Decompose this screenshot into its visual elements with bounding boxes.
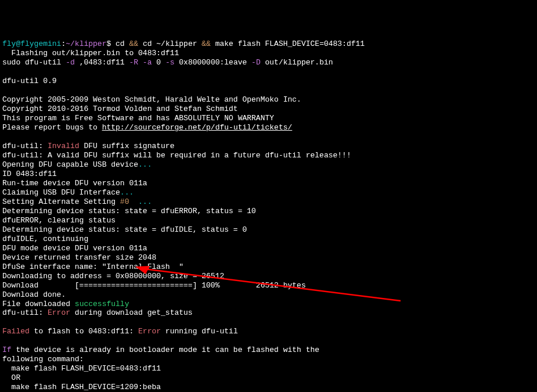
terminal-text-segment: dfuIDLE, continuing	[2, 235, 88, 243]
terminal-text-segment: dfu-util:	[2, 142, 48, 150]
terminal-text-segment: Run-time device DFU version 011a	[2, 179, 147, 188]
terminal-text-segment: -s	[165, 58, 175, 67]
terminal-line: dfuERROR, clearing status	[2, 216, 535, 225]
terminal-text-segment: DfuSe interface name: "Internal Flash "	[2, 262, 183, 271]
terminal-line	[2, 132, 535, 142]
terminal-line: Copyright 2010-2016 Tormod Volden and St…	[2, 105, 535, 114]
terminal-text-segment: File downloaded	[2, 300, 75, 308]
terminal-line: File downloaded successfully	[2, 300, 535, 309]
terminal-text-segment: &&	[129, 39, 138, 48]
terminal-text-segment: #0	[120, 197, 138, 206]
terminal-text-segment: 0x8000000:leave	[174, 58, 251, 67]
terminal-text-segment: Setting Alternate Setting	[2, 197, 120, 206]
terminal-text-segment: fly@flygemini	[2, 39, 61, 48]
terminal-line: dfuIDLE, continuing	[2, 235, 535, 244]
terminal-line: ID 0483:df11	[2, 170, 535, 179]
terminal-text-segment: cd ~/klipper	[138, 39, 201, 48]
terminal-line: DfuSe interface name: "Internal Flash "	[2, 262, 535, 272]
terminal-text-segment: dfu-util 0.9	[2, 77, 57, 85]
terminal-line: Download [=========================] 100…	[2, 281, 535, 290]
terminal-text-segment: http://sourceforge.net/p/dfu-util/ticket…	[102, 123, 293, 132]
terminal-text-segment: Invalid	[48, 142, 80, 150]
terminal-line: sudo dfu-util -d ,0483:df11 -R -a 0 -s 0…	[2, 58, 535, 67]
terminal-text-segment: Copyright 2010-2016 Tormod Volden and St…	[2, 105, 238, 113]
terminal-line: This program is Free Software and has AB…	[2, 114, 535, 123]
terminal-line: Device returned transfer size 2048	[2, 253, 535, 262]
terminal-line: Failed to flash to 0483:df11: Error runn…	[2, 327, 535, 336]
terminal-text-segment: Download done.	[2, 290, 66, 299]
terminal-line: Run-time device DFU version 011a	[2, 179, 535, 188]
terminal-text-segment: dfu-util:	[2, 308, 48, 317]
terminal-text-segment: sudo dfu-util	[2, 58, 66, 67]
terminal-text-segment: This program is Free Software and has AB…	[2, 114, 274, 123]
terminal-line	[2, 67, 535, 77]
terminal-line: dfu-util 0.9	[2, 77, 535, 86]
terminal-text-segment: to flash to 0483:df11:	[30, 327, 138, 336]
terminal-line: Setting Alternate Setting #0 ...	[2, 197, 535, 207]
terminal-text-segment: dfu-util: A valid DFU suffix will be req…	[2, 151, 351, 160]
terminal-text-segment: following command:	[2, 355, 84, 364]
terminal-text-segment: ...	[138, 160, 152, 169]
terminal-line: make flash FLASH_DEVICE=0483:df11	[2, 364, 535, 373]
terminal-line: Opening DFU capable USB device...	[2, 160, 535, 170]
terminal-text-segment: Device returned transfer size 2048	[2, 253, 156, 262]
terminal-line: Please report bugs to http://sourceforge…	[2, 123, 535, 132]
terminal-line: dfu-util: Invalid DFU suffix signature	[2, 142, 535, 151]
terminal-text-segment: DFU suffix signature	[80, 142, 175, 150]
terminal-text-segment: If	[2, 346, 12, 354]
terminal-line: following command:	[2, 355, 535, 364]
terminal-line: Claiming USB DFU Interface...	[2, 188, 535, 197]
terminal-text-segment: ~/klipper	[66, 39, 106, 48]
terminal-text-segment: Determining device status: state = dfuER…	[2, 207, 256, 215]
terminal-text-segment: running dfu-util	[161, 327, 238, 336]
terminal-line: Determining device status: state = dfuID…	[2, 225, 535, 235]
terminal-line: OR	[2, 373, 535, 383]
terminal-text-segment: Downloading to address = 0x08000000, siz…	[2, 272, 224, 280]
terminal-text-segment: $ cd	[106, 39, 129, 48]
terminal-line: Download done.	[2, 290, 535, 300]
terminal-text-segment: Copyright 2005-2009 Weston Schmidt, Hara…	[2, 95, 301, 104]
terminal-text-segment: dfuERROR, clearing status	[2, 216, 116, 225]
terminal-text-segment: 0	[152, 58, 165, 67]
terminal-text-segment: make flash FLASH_DEVICE=0483:df11	[211, 39, 365, 48]
terminal-text-segment: make flash FLASH_DEVICE=0483:df11	[2, 364, 161, 373]
terminal-text-segment: DFU mode device DFU version 011a	[2, 244, 147, 253]
terminal-line: make flash FLASH_DEVICE=1209:beba	[2, 383, 535, 392]
terminal-text-segment: -D	[251, 58, 261, 67]
terminal-line: Determining device status: state = dfuER…	[2, 207, 535, 216]
terminal-line: dfu-util: A valid DFU suffix will be req…	[2, 151, 535, 160]
terminal-text-segment: successfully	[75, 300, 129, 308]
terminal-text-segment: Claiming USB DFU Interface	[2, 188, 120, 197]
terminal-line: Downloading to address = 0x08000000, siz…	[2, 272, 535, 281]
terminal-line	[2, 336, 535, 346]
terminal-text-segment: ...	[138, 197, 152, 206]
terminal-text-segment: -d	[66, 58, 75, 67]
terminal-text-segment: Please report bugs to	[2, 123, 102, 132]
terminal-text-segment: ,0483:df11	[75, 58, 129, 67]
terminal-line: DFU mode device DFU version 011a	[2, 244, 535, 253]
terminal-text-segment: OR	[2, 373, 20, 382]
terminal-line: fly@flygemini:~/klipper$ cd && cd ~/klip…	[2, 39, 535, 49]
terminal-text-segment: -R -a	[129, 58, 152, 67]
terminal-text-segment: Error	[48, 308, 70, 317]
terminal-text-segment: make flash FLASH_DEVICE=1209:beba	[2, 383, 161, 391]
terminal-text-segment: Download [=========================] 100…	[2, 281, 306, 290]
terminal-text-segment: ID 0483:df11	[2, 170, 57, 178]
terminal-line	[2, 86, 535, 95]
terminal-output[interactable]: fly@flygemini:~/klipper$ cd && cd ~/klip…	[2, 39, 535, 392]
terminal-line: If the device is already in bootloader m…	[2, 346, 535, 355]
terminal-line: Copyright 2005-2009 Weston Schmidt, Hara…	[2, 95, 535, 105]
terminal-text-segment: out/klipper.bin	[261, 58, 333, 67]
terminal-text-segment: the device is already in bootloader mode…	[12, 346, 320, 354]
terminal-text-segment: Error	[138, 327, 161, 336]
terminal-line	[2, 318, 535, 327]
terminal-line: dfu-util: Error during download get_stat…	[2, 308, 535, 318]
terminal-text-segment: Opening DFU capable USB device	[2, 160, 138, 169]
terminal-text-segment: Failed	[2, 327, 30, 336]
terminal-line: Flashing out/klipper.bin to 0483:df11	[2, 49, 535, 58]
terminal-text-segment: Flashing out/klipper.bin to 0483:df11	[2, 49, 179, 57]
terminal-text-segment: &&	[201, 39, 211, 48]
terminal-text-segment: Determining device status: state = dfuID…	[2, 225, 247, 234]
terminal-text-segment: ...	[120, 188, 134, 197]
terminal-text-segment: during download get_status	[70, 308, 193, 317]
